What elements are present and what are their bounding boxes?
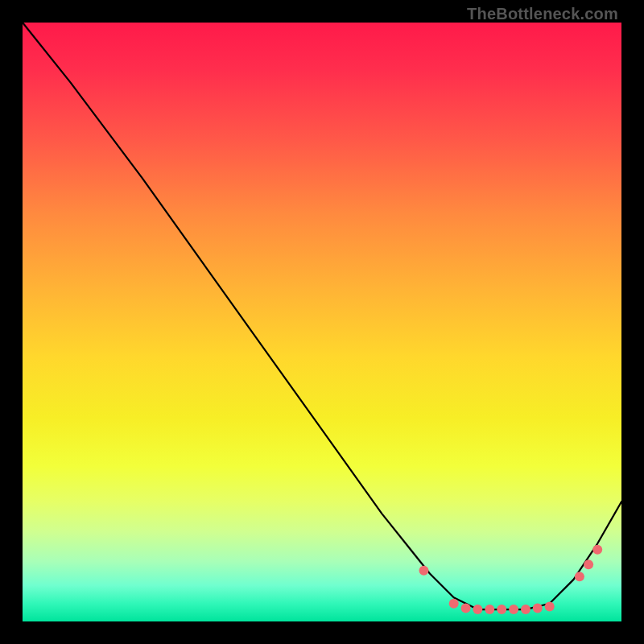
curve-line [23, 23, 621, 609]
marker-dot [509, 605, 518, 614]
marker-dot [473, 605, 482, 614]
marker-dot [545, 601, 555, 611]
marker-dot [584, 559, 593, 569]
marker-dot [575, 572, 584, 581]
marker-dot [461, 604, 471, 613]
marker-dot [592, 545, 602, 555]
marker-dot [497, 605, 506, 614]
marker-dot [521, 605, 530, 614]
chart-overlay [23, 23, 621, 621]
chart-container: TheBottleneck.com [0, 0, 644, 644]
marker-dot [485, 605, 494, 614]
marker-dot [449, 599, 459, 609]
marker-dot [533, 604, 543, 613]
watermark-text: TheBottleneck.com [467, 5, 618, 23]
curve-markers [419, 545, 603, 614]
marker-dot [419, 566, 429, 576]
